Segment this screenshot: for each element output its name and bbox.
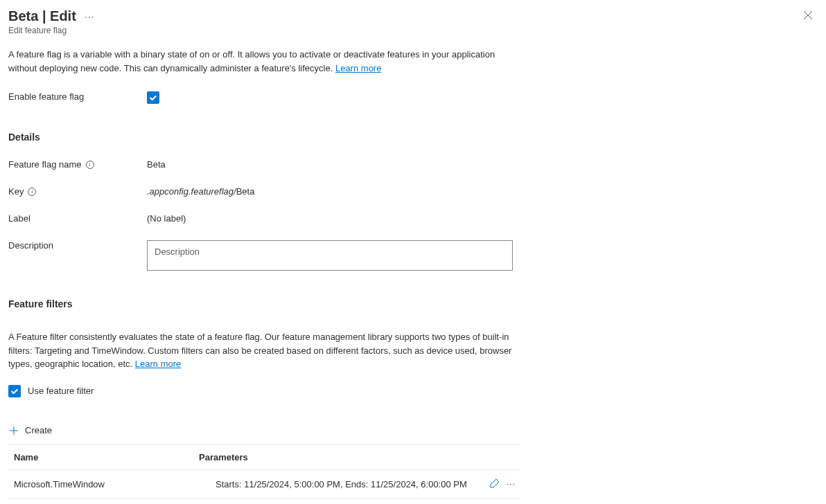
use-feature-filter-label: Use feature filter (28, 386, 94, 396)
plus-icon (8, 425, 19, 436)
key-suffix: Beta (236, 186, 255, 197)
create-filter-label: Create (25, 425, 52, 435)
label-value: (No label) (147, 213, 186, 224)
page-subtitle: Edit feature flag (8, 26, 818, 35)
info-icon[interactable]: i (28, 188, 36, 196)
table-header: Name Parameters (8, 444, 521, 470)
filters-learn-more-link[interactable]: Learn more (135, 359, 181, 369)
enable-flag-label: Enable feature flag (8, 91, 147, 102)
key-label: Key (8, 186, 24, 197)
flag-name-value: Beta (147, 159, 166, 170)
use-feature-filter-checkbox[interactable] (8, 385, 21, 397)
info-icon[interactable]: i (86, 161, 94, 169)
filters-intro-body: A Feature filter consistently evaluates … (8, 332, 511, 369)
filters-table: Name Parameters Microsoft.TimeWindow Sta… (8, 444, 521, 499)
filters-intro: A Feature filter consistently evaluates … (8, 330, 521, 371)
col-name-header: Name (8, 452, 199, 462)
description-input[interactable] (147, 240, 513, 271)
learn-more-link[interactable]: Learn more (335, 63, 381, 73)
more-icon[interactable]: ··· (85, 11, 95, 22)
key-prefix: .appconfig.featureflag/ (147, 186, 236, 197)
filter-row-name: Microsoft.TimeWindow (8, 479, 199, 489)
details-heading: Details (8, 132, 818, 143)
create-filter-button[interactable]: Create (8, 425, 818, 436)
close-icon[interactable] (801, 8, 815, 22)
table-row: Microsoft.TimeWindow Starts: 11/25/2024,… (8, 470, 521, 499)
row-more-icon[interactable]: ··· (507, 479, 516, 489)
filters-heading: Feature filters (8, 298, 818, 309)
page-title: Beta | Edit (8, 8, 76, 24)
col-params-header: Parameters (199, 452, 480, 462)
label-label: Label (8, 213, 30, 224)
flag-name-label: Feature flag name (8, 159, 82, 170)
edit-icon[interactable] (490, 478, 500, 490)
enable-flag-checkbox[interactable] (147, 91, 159, 104)
intro-text: A feature flag is a variable with a bina… (8, 48, 521, 75)
intro-body: A feature flag is a variable with a bina… (8, 49, 495, 73)
filter-row-params: Starts: 11/25/2024, 5:00:00 PM, Ends: 11… (199, 479, 480, 489)
key-value: .appconfig.featureflag/Beta (147, 186, 254, 197)
description-label: Description (8, 240, 53, 251)
